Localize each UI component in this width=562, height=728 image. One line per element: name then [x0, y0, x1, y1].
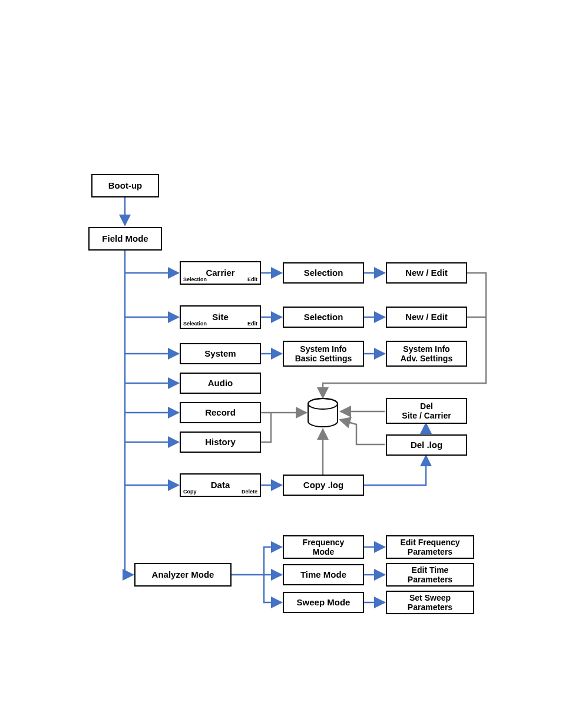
node-label: Field Mode [102, 233, 148, 243]
sublabel-left: Copy [183, 489, 197, 495]
node-system: System [180, 343, 261, 364]
node-dellog: Del .log [386, 434, 467, 456]
node-system-basic: System InfoBasic Settings [283, 341, 364, 367]
node-label: New / Edit [405, 268, 448, 278]
node-delsite: DelSite / Carrier [386, 398, 467, 424]
node-analyzer: Analyzer Mode [134, 563, 232, 587]
node-label: Del .log [411, 440, 442, 450]
node-label: FrequencyMode [303, 538, 345, 556]
node-setsweep: Set SweepParameters [386, 591, 474, 614]
sublabel-left: Selection [183, 276, 207, 282]
node-record: Record [180, 402, 261, 423]
node-label: Time Mode [300, 569, 346, 579]
node-copylog: Copy .log [283, 475, 364, 496]
sublabel-right: Edit [247, 321, 257, 327]
node-timemode: Time Mode [283, 564, 364, 585]
node-history: History [180, 431, 261, 453]
node-system-adv: System InfoAdv. Settings [386, 341, 467, 367]
node-label: System InfoBasic Settings [295, 344, 352, 363]
sublabel-left: Selection [183, 321, 207, 327]
node-label: System InfoAdv. Settings [401, 344, 452, 363]
node-label: Selection [304, 268, 343, 278]
node-label: System [204, 348, 236, 358]
node-carrier: Carrier Selection Edit [180, 261, 261, 285]
node-label: Copy .log [303, 480, 343, 490]
node-site: Site Selection Edit [180, 305, 261, 329]
node-sweepmode: Sweep Mode [283, 592, 364, 613]
node-audio: Audio [180, 373, 261, 394]
node-data: Data Copy Delete [180, 473, 261, 497]
node-label: Boot-up [108, 180, 142, 190]
node-label: Selection [304, 312, 343, 322]
node-label: Sweep Mode [297, 597, 351, 607]
node-label: Analyzer Mode [152, 569, 214, 579]
node-carrier-selection: Selection [283, 262, 364, 284]
node-label: Set SweepParameters [408, 593, 452, 612]
node-freqmode: FrequencyMode [283, 535, 364, 559]
node-label: History [205, 437, 236, 447]
node-label: Edit FrequencyParameters [400, 538, 459, 556]
node-site-selection: Selection [283, 307, 364, 328]
node-edittime: Edit TimeParameters [386, 563, 474, 587]
node-fieldmode: Field Mode [88, 227, 162, 251]
node-site-newedit: New / Edit [386, 307, 467, 328]
node-label: Edit TimeParameters [408, 565, 452, 584]
node-carrier-newedit: New / Edit [386, 262, 467, 284]
sublabel-right: Edit [247, 276, 257, 282]
node-editfreq: Edit FrequencyParameters [386, 535, 474, 559]
node-label: Record [205, 407, 236, 417]
node-bootup: Boot-up [91, 174, 159, 197]
database-icon [306, 398, 339, 427]
node-label: New / Edit [405, 312, 448, 322]
node-label: Audio [208, 378, 233, 388]
flowchart-connectors [0, 0, 562, 728]
sublabel-right: Delete [242, 489, 257, 495]
node-label: DelSite / Carrier [402, 401, 451, 420]
